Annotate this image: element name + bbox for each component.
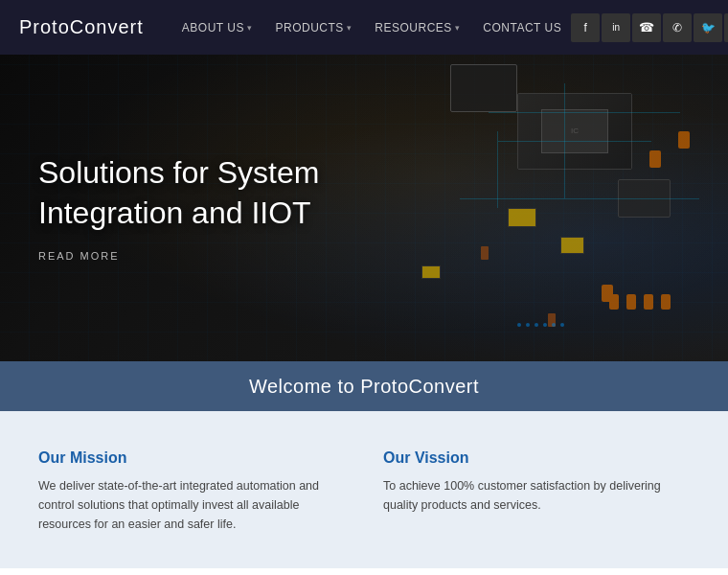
- chip-small-3: [421, 265, 441, 279]
- chip-small-1: [508, 208, 536, 227]
- twitter-icon[interactable]: 🐦: [694, 13, 722, 42]
- facebook-icon[interactable]: f: [571, 13, 600, 42]
- hero-title: Solutions for System Integration and IIO…: [38, 153, 345, 233]
- social-icons: f in ☎ ✆ 🐦 ▶ 🔍: [571, 13, 728, 42]
- capacitor-1: [678, 131, 690, 149]
- nav-resources[interactable]: RESOURCES ▾: [365, 13, 469, 42]
- skype-icon[interactable]: ☎: [632, 13, 661, 42]
- nav-links: ABOUT US ▾ PRODUCTS ▾ RESOURCES ▾ CONTAC…: [172, 13, 571, 42]
- linkedin-icon[interactable]: in: [602, 13, 630, 42]
- whatsapp-icon[interactable]: ✆: [663, 13, 692, 42]
- chevron-down-icon: ▾: [347, 23, 353, 33]
- capacitor-row: [609, 294, 671, 310]
- trace-h3: [460, 198, 699, 199]
- chevron-down-icon: ▾: [247, 23, 253, 33]
- site-logo[interactable]: ProtoConvert: [19, 16, 144, 38]
- hero-pcb-decoration: IC: [316, 55, 728, 361]
- ic-pins: [517, 323, 632, 327]
- welcome-text: Welcome to ProtoConvert: [249, 376, 479, 398]
- resistor-1: [481, 246, 489, 260]
- nav-about[interactable]: ABOUT US ▾: [172, 13, 262, 42]
- hero-section: IC: [0, 55, 728, 361]
- offer-section: 📷 🏠 ⚙ 💡 📡 What we Offer: [0, 568, 728, 575]
- vision-text: To achieve 100% customer satisfaction by…: [383, 476, 690, 515]
- nav-products[interactable]: PRODUCTS ▾: [265, 13, 361, 42]
- mission-column: Our Mission We deliver state-of-the-art …: [38, 449, 345, 534]
- welcome-band: Welcome to ProtoConvert: [0, 361, 728, 411]
- chip-medium-1: [450, 64, 517, 112]
- hero-content: Solutions for System Integration and IIO…: [38, 153, 345, 262]
- mission-vision-section: Our Mission We deliver state-of-the-art …: [0, 411, 728, 568]
- trace-h2: [498, 141, 651, 142]
- chip-large: IC: [517, 93, 632, 170]
- trace-v1: [564, 83, 565, 198]
- navbar: ProtoConvert ABOUT US ▾ PRODUCTS ▾ RESOU…: [0, 0, 728, 55]
- nav-contact[interactable]: CONTACT US: [473, 13, 571, 42]
- vision-title: Our Vission: [383, 449, 690, 467]
- youtube-icon[interactable]: ▶: [724, 13, 728, 42]
- chevron-down-icon: ▾: [455, 23, 461, 33]
- hero-readmore-link[interactable]: READ MORE: [38, 251, 345, 263]
- chip-small-2: [560, 237, 584, 254]
- trace-v2: [497, 131, 498, 208]
- vision-column: Our Vission To achieve 100% customer sat…: [383, 449, 690, 534]
- trace-h1: [489, 112, 680, 113]
- mission-text: We deliver state-of-the-art integrated a…: [38, 476, 345, 534]
- capacitor-2: [649, 150, 661, 168]
- mission-title: Our Mission: [38, 449, 345, 467]
